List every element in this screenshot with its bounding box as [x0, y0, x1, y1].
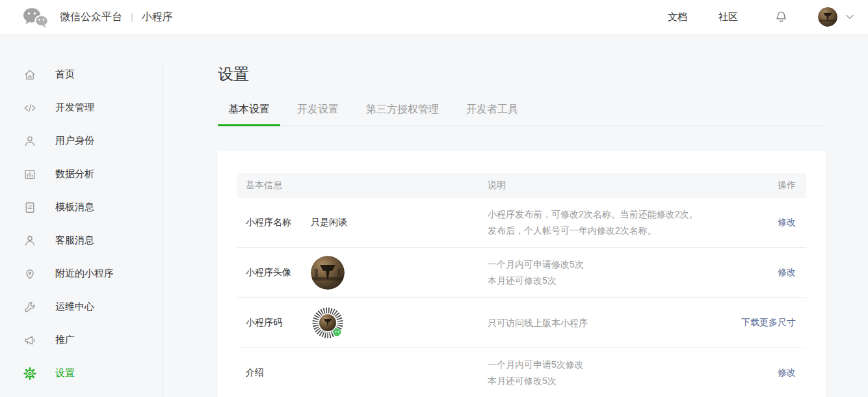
sidebar-item-ops-center[interactable]: 运维中心: [0, 290, 163, 323]
gear-icon: [23, 367, 36, 380]
sidebar-item-label: 首页: [55, 68, 75, 81]
description-line: 发布后，个人帐号可一年内修改2次名称。: [488, 223, 702, 239]
description-line: 一个月内可申请5次修改: [488, 357, 702, 373]
basic-settings-card: 基本信息 说明 操作 小程序名称 只是闲谈 小程序发布前，可修改2次名称。当前还…: [218, 151, 826, 397]
description-line: 只可访问线上版本小程序: [488, 315, 702, 331]
top-header: 微信公众平台 | 小程序 文档 社区: [0, 0, 868, 34]
modify-introduction-link[interactable]: 修改: [778, 367, 796, 377]
sidebar-item-label: 附近的小程序: [55, 267, 114, 280]
settings-tabs: 基本设置 开发设置 第三方授权管理 开发者工具: [218, 103, 826, 126]
tab-third-party-auth[interactable]: 第三方授权管理: [356, 103, 449, 126]
sidebar-item-label: 用户身份: [55, 135, 94, 147]
download-more-sizes-link[interactable]: 下载更多尺寸: [741, 317, 796, 327]
brand-name: 微信公众平台: [60, 10, 122, 24]
sidebar-item-label: 模板消息: [55, 201, 94, 213]
mini-program-qrcode: [311, 306, 345, 340]
tab-developer-tools[interactable]: 开发者工具: [456, 103, 529, 126]
table-row-introduction: 介绍 一个月内可申请5次修改 本月还可修改5次 修改: [237, 348, 806, 397]
mini-program-avatar: [311, 256, 345, 290]
location-pin-icon: [23, 267, 36, 281]
page-title: 设置: [218, 64, 826, 85]
sidebar-item-user-identity[interactable]: 用户身份: [0, 124, 163, 157]
wechat-logo[interactable]: [21, 7, 49, 28]
sidebar-item-label: 设置: [55, 367, 75, 379]
tab-dev-settings[interactable]: 开发设置: [287, 103, 349, 126]
table-row-avatar: 小程序头像: [237, 248, 806, 298]
sidebar-item-label: 推广: [55, 334, 75, 346]
sidebar-item-template-message[interactable]: 模板消息: [0, 191, 163, 224]
sidebar-item-label: 客服消息: [55, 234, 94, 247]
description-line: 一个月内可申请修改5次: [488, 256, 702, 273]
mini-program-name-value: 只是闲谈: [311, 217, 347, 228]
sidebar-item-settings[interactable]: 设置: [0, 357, 163, 390]
home-icon: [23, 68, 36, 81]
template-message-icon: [23, 201, 36, 214]
chart-icon: [23, 168, 36, 181]
field-label: 小程序头像: [246, 267, 311, 279]
sidebar-divider: [163, 60, 163, 397]
modify-avatar-link[interactable]: 修改: [778, 267, 796, 277]
title-separator: |: [131, 12, 133, 22]
description-line: 本月还可修改5次: [488, 373, 702, 389]
sidebar-item-analytics[interactable]: 数据分析: [0, 157, 163, 191]
sidebar: 首页 开发管理 用户身份: [0, 34, 163, 397]
bell-icon[interactable]: [774, 10, 788, 24]
modify-name-link[interactable]: 修改: [778, 217, 796, 227]
sidebar-item-label: 数据分析: [55, 168, 94, 180]
main-content: 设置 基本设置 开发设置 第三方授权管理 开发者工具 基本信息 说明 操作 小程…: [163, 34, 868, 397]
col-basic-info: 基本信息: [237, 180, 488, 191]
nav-community[interactable]: 社区: [718, 11, 738, 23]
description-line: 本月还可修改5次: [488, 273, 702, 289]
table-row-qrcode: 小程序码: [237, 298, 806, 348]
sidebar-item-label: 运维中心: [55, 301, 94, 313]
top-nav: 文档 社区: [637, 7, 854, 27]
sidebar-item-dev-manage[interactable]: 开发管理: [0, 91, 163, 124]
sidebar-item-nearby[interactable]: 附近的小程序: [0, 257, 163, 290]
field-label: 小程序名称: [246, 217, 311, 228]
code-icon: [23, 102, 36, 115]
sidebar-item-home[interactable]: 首页: [0, 58, 163, 91]
field-label: 介绍: [246, 367, 311, 379]
wrench-icon: [23, 301, 36, 314]
page: 微信公众平台 | 小程序 文档 社区: [0, 0, 868, 397]
megaphone-icon: [23, 334, 36, 347]
user-avatar[interactable]: [818, 7, 837, 27]
description-line: 小程序发布前，可修改2次名称。当前还能修改2次。: [488, 206, 702, 223]
col-action: 操作: [702, 180, 806, 191]
tab-basic-settings[interactable]: 基本设置: [218, 103, 280, 126]
table-header: 基本信息 说明 操作: [237, 173, 806, 198]
customer-service-icon: [23, 234, 36, 247]
nav-docs[interactable]: 文档: [668, 11, 687, 23]
sidebar-item-customer-service[interactable]: 客服消息: [0, 224, 163, 257]
chevron-down-icon[interactable]: [846, 14, 854, 20]
col-description: 说明: [488, 180, 702, 191]
app-title: 微信公众平台 | 小程序: [60, 10, 173, 24]
user-icon: [23, 135, 36, 148]
product-name: 小程序: [142, 10, 173, 24]
table-row-name: 小程序名称 只是闲谈 小程序发布前，可修改2次名称。当前还能修改2次。 发布后，…: [237, 198, 806, 248]
sidebar-item-label: 开发管理: [55, 102, 94, 114]
sidebar-item-promotion[interactable]: 推广: [0, 323, 163, 357]
field-label: 小程序码: [246, 317, 311, 329]
